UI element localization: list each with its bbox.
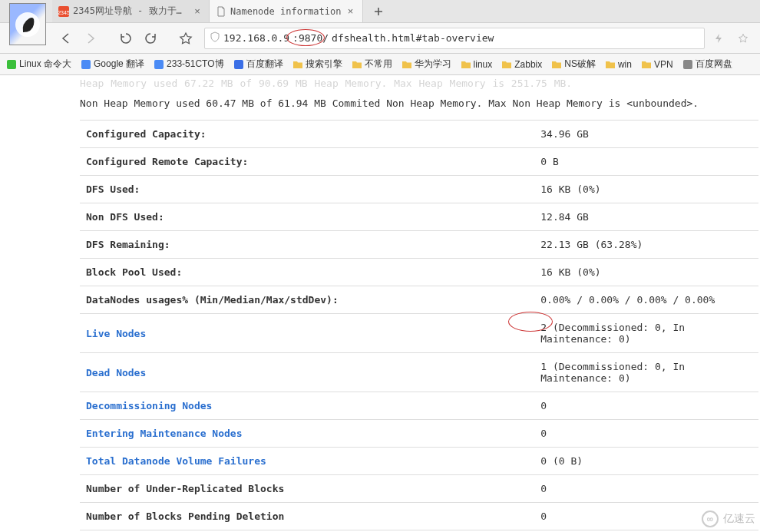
row-value: 0 (0 B) [534,448,758,475]
row-link[interactable]: Dead Nodes [86,367,146,378]
row-key: Non DFS Used: [80,203,534,231]
address-bar[interactable]: 192.168.0.9:9870/dfshealth.html#tab-over… [204,28,705,49]
table-row: Configured Capacity:34.96 GB [80,121,758,148]
bookmark-item[interactable]: 百度翻译 [230,56,286,72]
address-path: dfshealth.html#tab-overview [332,32,494,44]
bookmark-label: Zabbix [514,59,542,70]
address-port: :9870/ [292,32,329,44]
bookmark-label: Linux 命令大 [19,58,71,71]
row-key: DFS Remaining: [80,231,534,259]
tab-title: Namenode information [230,6,342,17]
undo-reload-button[interactable] [140,28,161,49]
row-link[interactable]: Live Nodes [86,328,146,339]
table-row: Decommissioning Nodes0 [80,392,758,420]
bookmark-item[interactable]: 233-51CTO博 [150,56,226,72]
svg-rect-6 [234,60,243,69]
tab-close-icon[interactable]: × [345,6,356,17]
row-key: Block Pool Used: [80,259,534,286]
row-key: Number of Blocks Pending Deletion [80,503,534,530]
svg-rect-7 [683,60,692,69]
row-key: DFS Used: [80,176,534,203]
tab-favicon-icon: 2345 [58,6,69,17]
row-value: 0 [534,420,758,448]
svg-rect-4 [81,60,91,69]
table-row: Dead Nodes1 (Decommissioned: 0, In Maint… [80,353,758,392]
row-value: 0 [534,392,758,420]
bookmark-label: Google 翻译 [94,58,144,71]
tab-1[interactable]: Namenode information × [210,0,363,22]
bookmark-item[interactable]: Google 翻译 [78,56,147,72]
tab-0[interactable]: 2345 2345网址导航 - 致力于打造百 × [52,0,210,22]
bookmark-item[interactable]: 百度网盘 [679,56,735,72]
row-key: Configured Remote Capacity: [80,148,534,176]
watermark-text: 亿速云 [723,512,755,526]
bookmark-label: 百度网盘 [696,58,732,71]
bookmark-label: 不常用 [365,58,392,71]
watermark: ∞ 亿速云 [702,511,755,527]
bookmark-item[interactable]: NS破解 [548,56,599,72]
table-row: DFS Remaining:22.13 GB (63.28%) [80,231,758,259]
row-link[interactable]: Total Datanode Volume Failures [86,455,266,467]
row-link[interactable]: Decommissioning Nodes [86,400,212,411]
row-value: 16 KB (0%) [534,176,758,203]
bookmark-label: NS破解 [564,58,596,71]
row-value: 16 KB (0%) [534,259,758,286]
bookmark-item[interactable]: 不常用 [349,56,395,72]
row-link[interactable]: Entering Maintenance Nodes [86,428,243,439]
row-key: DataNodes usages% (Min/Median/Max/stdDev… [80,286,534,314]
reload-button[interactable] [115,28,137,49]
row-key: Total Datanode Volume Failures [80,448,534,475]
table-row: Total Datanode Volume Failures0 (0 B) [80,448,758,475]
bookmark-label: 华为学习 [415,58,451,71]
table-row: DFS Used:16 KB (0%) [80,176,758,203]
table-row: Number of Blocks Pending Deletion0 [80,503,758,530]
bookmark-label: 百度翻译 [246,58,283,71]
webpage-content: Heap Memory used 67.22 MB of 90.69 MB He… [0,75,760,532]
bookmark-item[interactable]: VPN [638,58,676,71]
bookmark-label: 搜索引擎 [306,58,342,71]
flash-icon[interactable] [708,28,729,49]
table-row: Number of Under-Replicated Blocks0 [80,475,758,503]
watermark-logo-icon: ∞ [702,511,719,527]
bookmark-item[interactable]: win [602,58,635,71]
back-button[interactable] [55,28,77,49]
svg-rect-3 [7,60,16,69]
row-value: 2 (Decommissioned: 0, In Maintenance: 0) [534,314,758,353]
bookmark-item[interactable]: 搜索引擎 [289,56,345,72]
bookmark-label: linux [474,59,493,70]
row-key: Decommissioning Nodes [80,392,534,420]
row-value: 0 B [534,148,758,176]
bookmark-item[interactable]: Linux 命令大 [3,56,74,72]
row-value: 1 (Decommissioned: 0, In Maintenance: 0) [534,353,758,392]
table-row: Live Nodes2 (Decommissioned: 0, In Maint… [80,314,758,353]
bookmark-label: 233-51CTO博 [167,58,223,71]
row-key: Number of Under-Replicated Blocks [80,475,534,503]
row-key: Entering Maintenance Nodes [80,420,534,448]
row-value: 34.96 GB [534,121,758,148]
nonheap-memory-line: Non Heap Memory used 60.47 MB of 61.94 M… [80,93,758,120]
svg-rect-5 [154,60,164,69]
bookmark-label: VPN [654,59,673,70]
row-value: 0 [534,475,758,503]
summary-table: Configured Capacity:34.96 GBConfigured R… [80,120,758,532]
table-row: Block Pool Used:16 KB (0%) [80,259,758,286]
bookmark-item[interactable]: Zabbix [498,58,545,71]
new-tab-button[interactable] [363,0,394,22]
bookmark-star-icon[interactable] [732,28,754,49]
tabs-bar: 2345 2345网址导航 - 致力于打造百 × Namenode inform… [0,0,760,23]
row-key: Configured Capacity: [80,121,534,148]
shield-icon [210,31,220,45]
forward-button[interactable] [80,28,101,49]
table-row: Configured Remote Capacity:0 B [80,148,758,176]
tab-close-icon[interactable]: × [192,6,203,17]
bookmark-item[interactable]: 华为学习 [398,56,454,72]
row-key: Live Nodes [80,314,534,353]
tab-title: 2345网址导航 - 致力于打造百 [73,5,188,18]
bookmark-label: win [618,59,632,70]
address-host: 192.168.0.9 [223,32,289,44]
table-row: DataNodes usages% (Min/Median/Max/stdDev… [80,286,758,314]
browser-logo [9,3,46,45]
bookmark-item[interactable]: linux [458,58,496,71]
favorite-button[interactable] [175,28,197,49]
row-value: 22.13 GB (63.28%) [534,231,758,259]
